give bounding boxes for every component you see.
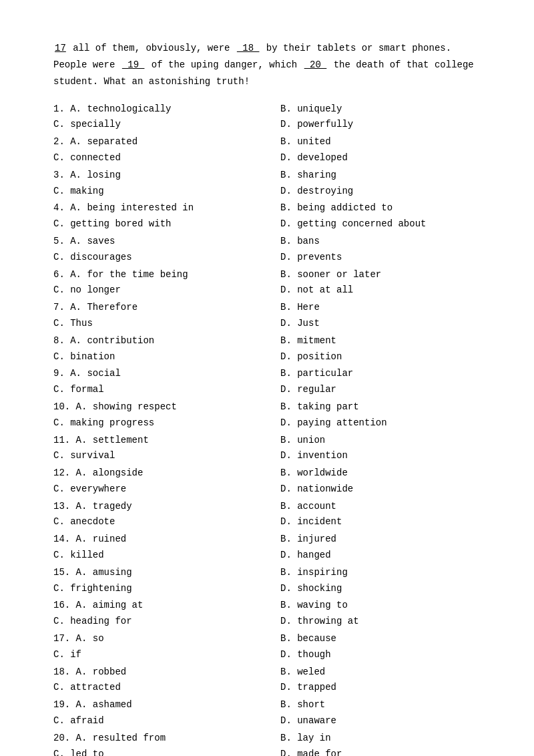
list-item: 12. A. alongside B. worldwide C. everywh…	[53, 465, 481, 498]
list-item: 6. A. for the time being B. sooner or la…	[53, 267, 481, 299]
list-item: 2. A. separated B. united C. connected D…	[53, 134, 481, 166]
list-item: 1. A. technologically B. uniquely C. spe…	[53, 102, 481, 134]
list-item: 15. A. amusing B. inspiring C. frighteni…	[53, 565, 481, 597]
item-1-ac: 1. A. technologically	[53, 102, 280, 118]
item-num: 1.	[53, 104, 70, 114]
intro-line2: People were 19 of the uping danger, whic…	[53, 59, 474, 70]
item-1-b: B. uniquely	[280, 102, 481, 118]
blank-18: 18	[236, 43, 261, 53]
list-item: 3. A. losing B. sharing C. making D. des…	[53, 168, 481, 200]
list-item: 19. A. ashamed B. short C. afraid D. una…	[53, 697, 481, 729]
list-item: 7. A. Therefore B. Here C. Thus D. Just	[53, 300, 481, 332]
list-item: 10. A. showing respect B. taking part C.…	[53, 399, 481, 431]
list-item: 18. A. robbed B. weled C. attracted D. t…	[53, 665, 481, 697]
intro-line1: 17 all of them, obviously, were 18 by th…	[53, 43, 451, 53]
list-item: 13. A. tragedy B. account C. anecdote D.…	[53, 499, 481, 531]
intro-line3: student. What an astonishing truth!	[53, 76, 250, 87]
list-item: 20. A. resulted from B. lay in C. led to…	[53, 731, 481, 756]
list-item: 11. A. settlement B. union C. survival D…	[53, 433, 481, 465]
list-item: 17. A. so B. because C. if D. though	[53, 631, 481, 663]
blank-17: 17	[53, 43, 67, 53]
item-1-d: D. powerfully	[280, 117, 481, 133]
list-item: 8. A. contribution B. mitment C. binatio…	[53, 333, 481, 365]
item-1-c: C. specially	[53, 117, 280, 133]
list-item: 14. A. ruined B. injured C. killed D. ha…	[53, 532, 481, 564]
list-item: 16. A. aiming at B. waving to C. heading…	[53, 598, 481, 630]
list-item: 4. A. being interested in B. being addic…	[53, 200, 481, 232]
list-item: 9. A. social B. particular C. formal D. …	[53, 366, 481, 398]
answer-list: 1. A. technologically B. uniquely C. spe…	[53, 102, 481, 756]
blank-19: 19	[121, 59, 146, 70]
blank-20: 20	[303, 59, 328, 70]
intro-paragraph: 17 all of them, obviously, were 18 by th…	[53, 40, 481, 91]
list-item: 5. A. saves B. bans C. discourages D. pr…	[53, 234, 481, 266]
